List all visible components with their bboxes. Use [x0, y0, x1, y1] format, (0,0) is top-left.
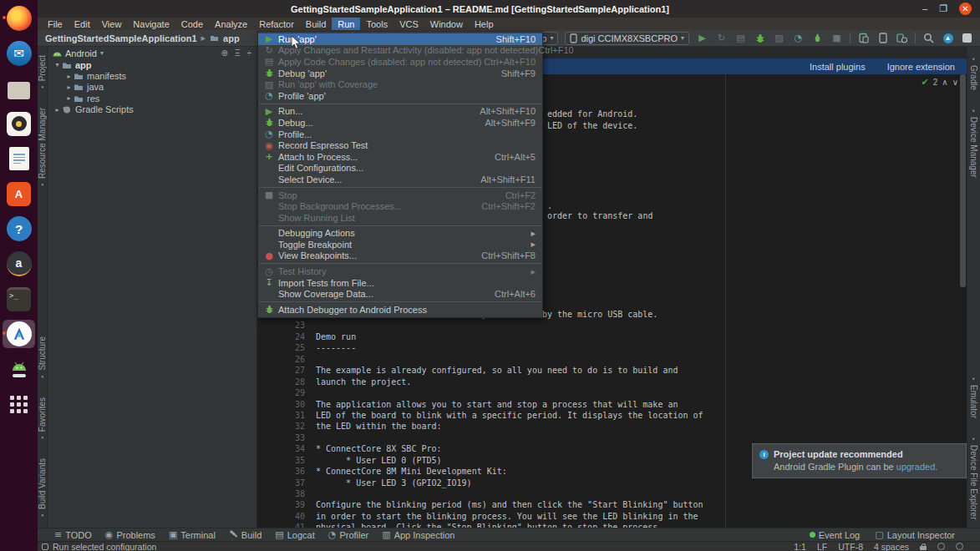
editor-line[interactable]: 26 — [257, 355, 967, 366]
run-menu-item-attach-to-process[interactable]: +Attach to Process...Ctrl+Alt+5 — [258, 151, 542, 163]
next-issue-icon[interactable]: ∨ — [952, 78, 958, 87]
coverage-button[interactable]: ▨ — [773, 32, 785, 44]
editor-line[interactable]: 39Configure the blinking period (ms) and… — [257, 500, 967, 511]
close-button[interactable]: ✕ — [959, 3, 972, 15]
dock-item-amazon[interactable]: a — [3, 250, 35, 278]
chevron-right-icon[interactable]: ▸ — [64, 83, 74, 91]
toolwindow-button-app-inspection[interactable]: ▥App Inspection — [382, 530, 454, 540]
menu-tools[interactable]: Tools — [360, 18, 394, 30]
menu-analyze[interactable]: Analyze — [209, 18, 253, 30]
status-indicator-icon[interactable] — [937, 543, 945, 550]
breadcrumb-project[interactable]: GettingStartedSampleApplication1 — [45, 33, 197, 43]
run-menu-item-run[interactable]: ▶Run...Alt+Shift+F10 — [258, 106, 542, 118]
device-selector[interactable]: digi CCIMX8XSBCPRO ▾ — [565, 32, 689, 45]
editor-line[interactable]: 25-------- — [257, 343, 967, 354]
tree-item-manifests[interactable]: ▸manifests — [48, 70, 256, 81]
run-menu-item-profile-app[interactable]: ◔Profile 'app' — [258, 90, 542, 102]
breadcrumb-module[interactable]: app — [223, 33, 240, 43]
dock-item-android-emulator[interactable] — [3, 355, 35, 383]
tree-item-java[interactable]: ▸java — [48, 82, 256, 93]
search-everywhere-button[interactable] — [922, 32, 935, 44]
run-menu-item-edit-configurations[interactable]: Edit Configurations... — [258, 163, 542, 174]
tool-strip-favorites[interactable]: ▪Favorites — [38, 397, 47, 442]
menu-run[interactable]: Run — [332, 18, 360, 30]
inspection-widget[interactable]: ✔ 2 ∧ ∨ — [922, 78, 958, 87]
editor-line[interactable]: 38 — [257, 489, 967, 500]
run-menu-item-select-device[interactable]: Select Device...Alt+Shift+F11 — [258, 174, 542, 185]
tree-item-res[interactable]: ▸res — [48, 93, 256, 104]
chevron-right-icon[interactable]: ▸ — [64, 73, 74, 80]
banner-action-ignore-extension[interactable]: Ignore extension — [887, 62, 955, 72]
project-view-selector[interactable]: Android — [65, 48, 97, 58]
editor-line[interactable]: 32the LED within the board: — [257, 422, 967, 432]
maximize-button[interactable]: ❐ — [939, 4, 947, 13]
dock-item-ubuntu-software[interactable]: A — [3, 179, 35, 208]
readonly-lock-icon[interactable] — [920, 543, 927, 550]
banner-action-install-plugins[interactable]: Install plugins — [810, 62, 866, 72]
toolwindow-button-profiler[interactable]: ◔Profiler — [328, 530, 368, 540]
notifications-button[interactable] — [961, 32, 973, 44]
dock-item-files[interactable] — [3, 74, 35, 103]
dock-item-libreoffice-writer[interactable] — [3, 144, 35, 173]
tool-strip-emulator[interactable]: ▪Emulator — [969, 375, 978, 418]
dock-item-rhythmbox[interactable] — [3, 109, 35, 138]
tool-strip-build-variants[interactable]: ▪Build Variants — [38, 458, 47, 519]
toolwindow-button-layout-inspector[interactable]: ▢Layout Inspector — [875, 530, 955, 540]
editor-line[interactable]: 24Demo run — [257, 332, 967, 343]
run-menu-item-import-tests-from-file[interactable]: ↧Import Tests from File... — [258, 277, 542, 289]
tool-strip-resource-manager[interactable]: ▪Resource Manager — [38, 108, 47, 189]
run-menu-item-record-espresso-test[interactable]: ◉Record Espresso Test — [258, 139, 542, 151]
menu-build[interactable]: Build — [300, 18, 332, 30]
menu-code[interactable]: Code — [175, 18, 209, 30]
status-segment-lf[interactable]: LF — [817, 542, 827, 551]
upgrade-link[interactable]: upgraded. — [896, 462, 938, 472]
menu-navigate[interactable]: Navigate — [127, 18, 175, 30]
editor-line[interactable]: 40in order to start the blinking process… — [257, 512, 967, 523]
locate-file-icon[interactable]: ⊕ — [221, 48, 228, 58]
run-menu-item-profile[interactable]: ◔Profile... — [258, 129, 542, 140]
toolwindow-button-build[interactable]: Build — [229, 530, 262, 540]
run-menu-item-toggle-breakpoint[interactable]: Toggle Breakpoint▸ — [258, 239, 542, 250]
apply-code-changes-button[interactable]: ▤ — [734, 32, 747, 44]
dock-item-show-applications[interactable] — [3, 390, 35, 418]
stop-button[interactable]: ■ — [830, 32, 843, 44]
tree-item-app[interactable]: ▾app — [48, 59, 256, 70]
dock-item-firefox[interactable] — [3, 4, 35, 33]
tool-strip-structure[interactable]: ▪Structure — [38, 336, 47, 381]
editor-line[interactable]: 23 — [257, 321, 967, 331]
toolwindow-button-event-log[interactable]: Event Log — [810, 530, 861, 540]
run-menu-item-debug[interactable]: Debug...Alt+Shift+F9 — [258, 117, 542, 129]
chevron-right-icon[interactable]: ▸ — [64, 94, 74, 102]
editor-line[interactable]: 27The example is already configured, so … — [257, 366, 967, 377]
run-menu-item-show-coverage-data[interactable]: Show Coverage Data...Ctrl+Alt+6 — [258, 288, 542, 300]
menu-edit[interactable]: Edit — [69, 18, 96, 30]
run-button[interactable]: ▶ — [696, 32, 708, 44]
menu-window[interactable]: Window — [424, 18, 469, 30]
run-menu-item-debug-app[interactable]: Debug 'app'Shift+F9 — [258, 68, 542, 79]
toolwindow-button-logcat[interactable]: ▤Logcat — [275, 530, 314, 540]
run-menu-item-debugging-actions[interactable]: Debugging Actions▸ — [258, 228, 542, 240]
attach-debugger-button[interactable] — [811, 32, 824, 44]
menu-view[interactable]: View — [96, 18, 128, 30]
ide-update-icon[interactable]: ▲ — [942, 32, 954, 44]
toolwindow-button-terminal[interactable]: ▣Terminal — [169, 530, 216, 540]
debug-button[interactable] — [754, 32, 766, 44]
run-menu-item-attach-debugger-to-android-process[interactable]: Attach Debugger to Android Process — [258, 304, 542, 316]
status-segment-4-spaces[interactable]: 4 spaces — [874, 542, 909, 551]
prev-issue-icon[interactable]: ∧ — [942, 78, 947, 87]
editor-line[interactable]: 31LED of the board to blink with a speci… — [257, 411, 967, 422]
apply-changes-button[interactable]: ↻ — [715, 32, 728, 44]
sdk-manager-button[interactable] — [896, 32, 908, 44]
profile-button[interactable]: ◔ — [792, 32, 805, 44]
menu-file[interactable]: File — [42, 18, 69, 30]
tool-strip-device-manager[interactable]: ▪Device Manager — [969, 107, 978, 178]
run-menu-item-view-breakpoints[interactable]: ●View Breakpoints...Ctrl+Shift+F8 — [258, 250, 542, 262]
toolwindow-button-problems[interactable]: ◉Problems — [105, 530, 155, 540]
hide-panel-icon[interactable]: ÷ — [247, 48, 252, 58]
avd-manager-button[interactable] — [876, 32, 889, 44]
scrollbar-thumb[interactable] — [960, 74, 966, 287]
chevron-right-icon[interactable]: ▸ — [53, 106, 62, 114]
status-indicator-icon[interactable] — [956, 543, 963, 550]
minimize-button[interactable]: – — [922, 4, 927, 13]
editor-line[interactable]: 28launch the project. — [257, 377, 967, 388]
